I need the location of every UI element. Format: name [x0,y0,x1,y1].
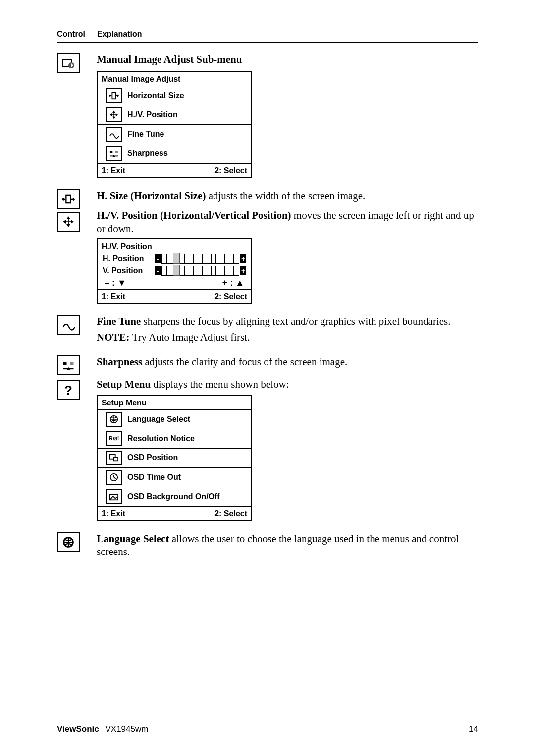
menu-label: Horizontal Size [127,91,184,100]
hsize-text: adjusts the width of the screen image. [206,190,365,202]
menu-row-osd-background: OSD Background On/Off [98,487,251,506]
sharpness-para: Sharpness adjusts the clarity and focus … [97,355,478,368]
page: Control Explanation Manual Image Adjust … [0,0,535,756]
manual-adjust-icon [57,53,80,73]
hv-controls-row: – : ▼ + : ▲ [98,277,251,289]
panel-footer: 1: Exit 2: Select [98,163,251,177]
menu-row-osd-position: OSD Position [98,449,251,468]
hvpos-para: H./V. Position (Horizontal/Vertical Posi… [97,209,478,235]
footer-select: 2: Select [214,166,247,175]
hv-position-panel: H./V. Position H. Position - + V. Positi… [97,238,252,304]
language-bold: Language Select [97,533,169,545]
menu-label: H./V. Position [127,110,178,119]
note-text: Try Auto Image Adjust first. [130,331,250,343]
h-position-slider: - + [155,254,246,264]
language-para: Language Select allows the user to choos… [97,532,478,558]
svg-rect-10 [113,457,118,461]
clock-icon [106,470,122,485]
finetune-para: Fine Tune sharpens the focus by aligning… [97,315,478,328]
footer-exit: 1: Exit [102,292,125,301]
slider-minus-icon: - [155,254,160,263]
sharpness-section: ? Sharpness adjusts the clarity and focu… [57,355,478,523]
sharpness-bold: Sharpness [97,356,142,368]
sharpness-icon [106,146,122,161]
hsize-para: H. Size (Horizontal Size) adjusts the wi… [97,189,478,202]
page-number: 14 [469,724,478,734]
slider-track [161,254,239,264]
menu-label: Language Select [127,415,190,424]
setup-para: Setup Menu displays the menu shown below… [97,378,478,391]
globe-icon [106,412,122,427]
finetune-section: Fine Tune sharpens the focus by aligning… [57,315,478,347]
manual-adjust-title: Manual Image Adjust Sub-menu [97,53,478,66]
menu-row-osd-timeout: OSD Time Out [98,468,251,487]
menu-row-sharpness: Sharpness [98,144,251,163]
sharpness-text: adjusts the clarity and focus of the scr… [142,356,347,368]
footer-exit: 1: Exit [102,166,125,175]
hsize-bold: H. Size (Horizontal Size) [97,190,206,202]
header-explanation: Explanation [97,30,142,39]
brand-name: ViewSonic [57,724,99,734]
panel-title: Setup Menu [98,396,251,410]
menu-label: Fine Tune [127,130,164,139]
menu-row-resolution-notice: R⊘! Resolution Notice [98,429,251,449]
panel-footer: 1: Exit 2: Select [98,506,251,520]
h-position-label: H. Position [103,254,150,263]
panel-title: Manual Image Adjust [98,72,251,86]
osd-background-icon [106,489,122,504]
horizontal-size-icon [57,189,80,209]
footer-select: 2: Select [214,292,247,301]
finetune-text: sharpens the focus by aligning text and/… [141,315,450,327]
setup-bold: Setup Menu [97,378,151,390]
osd-position-icon [106,451,122,465]
menu-label: Resolution Notice [127,434,195,443]
menu-label: OSD Position [127,454,178,462]
minus-down-control: – : ▼ [105,278,126,288]
svg-rect-5 [66,195,70,203]
hvpos-bold: H./V. Position (Horizontal/Vertical Posi… [97,209,291,221]
v-position-label: V. Position [103,266,150,275]
svg-rect-7 [70,362,74,365]
horizontal-size-icon [106,88,122,103]
plus-up-control: + : ▲ [222,278,244,288]
menu-row-horizontal-size: Horizontal Size [98,86,251,105]
menu-row-fine-tune: Fine Tune [98,125,251,144]
slider-plus-icon: + [240,266,246,275]
slider-track [161,266,239,276]
slider-minus-icon: - [155,266,160,275]
question-icon: ? [57,380,80,400]
slider-thumb [173,265,180,276]
menu-row-hv-position: H./V. Position [98,105,251,125]
hv-position-icon [57,212,80,232]
setup-text: displays the menu shown below: [151,378,289,390]
globe-icon [57,532,80,552]
hv-position-icon [106,107,122,122]
footer-exit: 1: Exit [102,509,125,518]
header-control: Control [57,30,85,39]
manual-image-adjust-section: Manual Image Adjust Sub-menu Manual Imag… [57,53,478,180]
v-position-row: V. Position - + [98,265,251,277]
finetune-note: NOTE: Try Auto Image Adjust first. [97,331,478,344]
fine-tune-icon [106,127,122,142]
slider-plus-icon: + [240,254,246,263]
finetune-bold: Fine Tune [97,315,141,327]
language-section: Language Select allows the user to choos… [57,532,478,561]
model-name: VX1945wm [105,724,148,734]
page-footer: ViewSonic VX1945wm 14 [57,724,478,734]
menu-label: OSD Background On/Off [127,492,220,501]
setup-menu-panel: Setup Menu Language Select R⊘! Resolutio… [97,395,252,521]
footer-select: 2: Select [214,509,247,518]
menu-row-language-select: Language Select [98,410,251,429]
svg-rect-6 [63,362,67,365]
footer-left: ViewSonic VX1945wm [57,724,148,734]
fine-tune-icon [57,315,80,335]
menu-label: OSD Time Out [127,473,181,482]
v-position-slider: - + [155,266,246,276]
manual-adjust-panel: Manual Image Adjust Horizontal Size H./V… [97,71,252,178]
columns-header: Control Explanation [57,30,478,43]
resolution-icon: R⊘! [106,431,122,446]
note-bold: NOTE: [97,331,130,343]
hv-panel-title: H./V. Position [98,239,251,253]
hv-panel-footer: 1: Exit 2: Select [98,289,251,303]
slider-thumb [173,253,180,264]
